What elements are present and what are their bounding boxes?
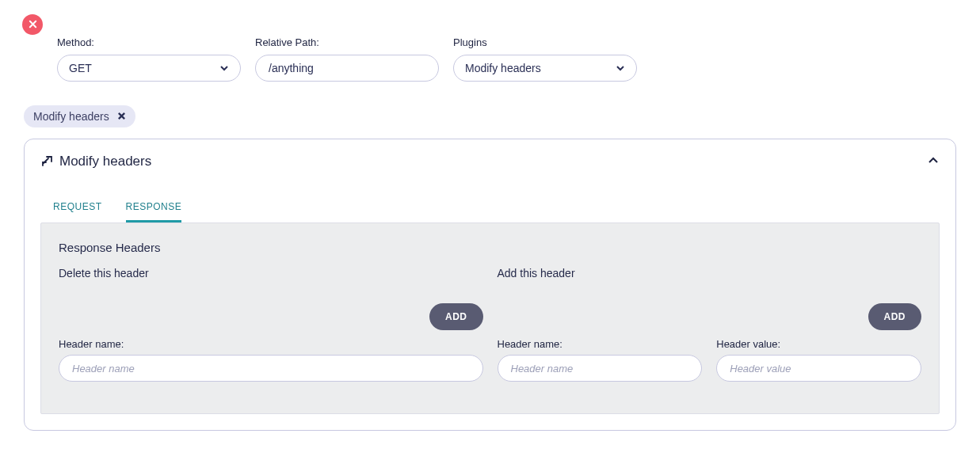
panel-title-text: Modify headers [59,154,151,169]
plugins-label: Plugins [453,36,637,48]
add-header-name-input[interactable] [509,362,691,375]
add-header-column: Add this header ADD Header name: Header … [498,267,922,382]
response-headers-title: Response Headers [59,241,921,254]
modify-headers-panel: Modify headers REQUEST RESPONSE Response… [24,139,956,431]
delete-header-name-label: Header name: [59,338,483,350]
close-icon [29,18,37,31]
delete-header-add-button[interactable]: ADD [429,303,483,330]
delete-header-name-input-wrap [59,355,483,382]
plugin-chip-label: Modify headers [33,110,109,123]
chevron-up-icon [927,154,940,169]
method-select[interactable]: GET [57,55,241,82]
relative-path-input[interactable] [267,55,427,81]
add-header-title: Add this header [498,267,922,280]
add-header-value-label: Header value: [716,338,921,350]
chevron-down-icon [616,63,625,73]
relative-path-field: Relative Path: [255,36,439,82]
method-field: Method: GET [57,36,241,82]
add-header-value-input[interactable] [728,362,909,375]
plugin-chip-row: Modify headers [0,82,980,127]
plugins-field: Plugins Modify headers [453,36,637,82]
plugins-value: Modify headers [465,62,616,74]
delete-header-title: Delete this header [59,267,483,280]
plugin-chip-modify-headers: Modify headers [24,105,135,127]
modify-headers-icon [40,155,53,168]
delete-header-name-input[interactable] [71,362,471,375]
method-label: Method: [57,36,241,48]
chevron-down-icon [219,63,229,73]
panel-title: Modify headers [40,154,151,169]
delete-header-column: Delete this header ADD Header name: [59,267,483,382]
add-header-add-button[interactable]: ADD [868,303,922,330]
add-header-name-label: Header name: [498,338,703,350]
add-header-value-input-wrap [716,355,921,382]
plugins-select[interactable]: Modify headers [453,55,637,82]
relative-path-label: Relative Path: [255,36,439,48]
response-tab-body: Response Headers Delete this header ADD … [40,222,940,414]
tab-request[interactable]: REQUEST [53,201,102,222]
close-button[interactable] [22,14,43,35]
header-direction-tabs: REQUEST RESPONSE [40,169,940,222]
panel-toggle[interactable]: Modify headers [40,154,940,169]
top-controls: Method: GET Relative Path: Plugins Modif… [0,0,980,82]
plugin-chip-remove[interactable] [117,110,126,123]
tab-response[interactable]: RESPONSE [126,201,182,222]
relative-path-input-wrap [255,55,439,82]
close-icon [117,110,126,123]
method-value: GET [69,62,219,74]
add-header-name-input-wrap [498,355,703,382]
